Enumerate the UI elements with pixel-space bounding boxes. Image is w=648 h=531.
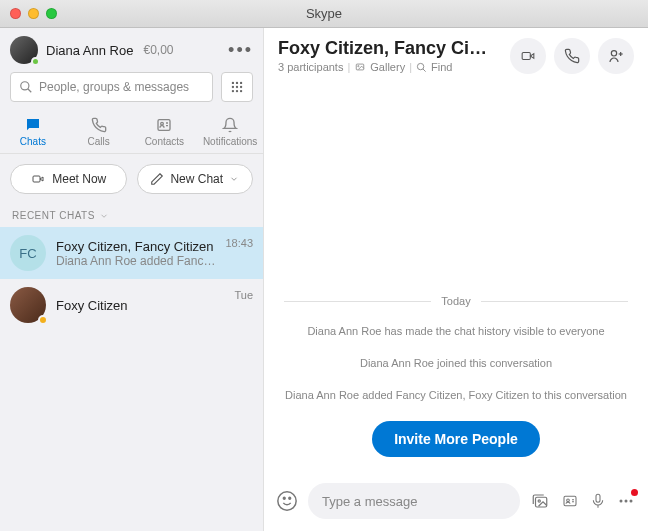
svg-point-5 [232, 86, 234, 88]
more-menu-button[interactable]: ••• [228, 40, 253, 61]
input-bar [264, 475, 648, 531]
microphone-icon [590, 491, 606, 511]
invite-more-people-button[interactable]: Invite More People [372, 421, 540, 457]
gallery-link[interactable]: Gallery [370, 61, 405, 73]
video-call-button[interactable] [510, 38, 546, 74]
day-divider: Today [284, 295, 628, 307]
svg-point-37 [630, 500, 633, 503]
svg-rect-15 [33, 176, 40, 182]
tab-label: Chats [20, 136, 46, 147]
chat-item[interactable]: Foxy Citizen Tue [0, 279, 263, 331]
phone-icon [564, 48, 580, 64]
meet-now-button[interactable]: Meet Now [10, 164, 127, 194]
svg-line-1 [28, 89, 32, 93]
self-avatar[interactable] [10, 36, 38, 64]
audio-call-button[interactable] [554, 38, 590, 74]
bell-icon [222, 117, 238, 133]
svg-point-7 [240, 86, 242, 88]
dialpad-button[interactable] [221, 72, 253, 102]
tab-contacts[interactable]: Contacts [134, 116, 194, 147]
svg-point-3 [236, 82, 238, 84]
chat-name: Foxy Citizen, Fancy Citizen [56, 239, 215, 254]
svg-point-21 [611, 51, 616, 56]
balance[interactable]: €0,00 [143, 43, 173, 57]
chat-time: Tue [234, 289, 253, 301]
svg-point-2 [232, 82, 234, 84]
video-icon [519, 49, 537, 63]
window-title: Skype [0, 6, 648, 21]
svg-point-28 [538, 500, 540, 502]
participants-count[interactable]: 3 participants [278, 61, 343, 73]
more-button[interactable] [616, 491, 636, 511]
contacts-icon [155, 117, 173, 133]
system-message: Diana Ann Roe added Fancy Citizen, Foxy … [285, 389, 627, 401]
find-link[interactable]: Find [431, 61, 452, 73]
svg-rect-20 [522, 53, 530, 60]
message-list: Today Diana Ann Roe has made the chat hi… [264, 82, 648, 475]
chevron-down-icon [99, 211, 109, 221]
message-input-box[interactable] [308, 483, 520, 519]
nav-tabs: Chats Calls Contacts Notifications [0, 112, 263, 154]
contact-avatar [10, 287, 46, 323]
svg-point-30 [567, 499, 570, 502]
search-icon [416, 62, 427, 73]
svg-point-12 [161, 122, 164, 125]
new-chat-button[interactable]: New Chat [137, 164, 254, 194]
tab-label: Calls [88, 136, 110, 147]
chat-item[interactable]: FC Foxy Citizen, Fancy Citizen Diana Ann… [0, 227, 263, 279]
section-recent-chats[interactable]: RECENT CHATS [0, 204, 263, 227]
gallery-icon [354, 62, 366, 72]
svg-point-26 [289, 497, 291, 499]
phone-icon [91, 117, 107, 133]
dialpad-icon [230, 80, 244, 94]
svg-point-17 [358, 66, 359, 67]
search-box[interactable] [10, 72, 213, 102]
conversation-panel: Foxy Citizen, Fancy Ci… 3 participants |… [264, 28, 648, 531]
chat-time: 18:43 [225, 237, 253, 249]
system-message: Diana Ann Roe joined this conversation [360, 357, 552, 369]
svg-point-4 [240, 82, 242, 84]
video-icon [30, 173, 46, 185]
svg-rect-29 [564, 496, 576, 505]
message-input[interactable] [322, 494, 506, 509]
contact-card-button[interactable] [560, 493, 580, 509]
add-files-button[interactable] [530, 492, 550, 510]
svg-rect-27 [536, 497, 547, 507]
chat-name: Foxy Citizen [56, 298, 224, 313]
add-people-button[interactable] [598, 38, 634, 74]
svg-point-8 [232, 90, 234, 92]
notification-dot [631, 489, 638, 496]
svg-point-36 [625, 500, 628, 503]
tab-label: Contacts [145, 136, 184, 147]
svg-point-18 [417, 63, 423, 69]
svg-line-19 [423, 68, 426, 71]
titlebar: Skype [0, 0, 648, 28]
svg-point-6 [236, 86, 238, 88]
chat-icon [24, 116, 42, 134]
svg-point-9 [236, 90, 238, 92]
conversation-header: Foxy Citizen, Fancy Ci… 3 participants |… [264, 28, 648, 82]
conversation-title[interactable]: Foxy Citizen, Fancy Ci… [278, 38, 502, 59]
add-person-icon [607, 48, 625, 64]
tab-label: Notifications [203, 136, 257, 147]
svg-point-25 [283, 497, 285, 499]
emoji-button[interactable] [276, 490, 298, 512]
tab-notifications[interactable]: Notifications [200, 116, 260, 147]
group-avatar: FC [10, 235, 46, 271]
tab-chats[interactable]: Chats [3, 116, 63, 147]
chevron-down-icon [229, 174, 239, 184]
tab-calls[interactable]: Calls [69, 116, 129, 147]
svg-point-0 [21, 82, 29, 90]
self-name: Diana Ann Roe [46, 43, 133, 58]
search-input[interactable] [39, 80, 204, 94]
svg-point-10 [240, 90, 242, 92]
contact-card-icon [560, 493, 580, 509]
svg-rect-33 [596, 494, 600, 502]
chat-preview: Diana Ann Roe added Fancy … [56, 254, 215, 268]
svg-point-35 [620, 500, 623, 503]
search-icon [19, 80, 33, 94]
profile-row[interactable]: Diana Ann Roe €0,00 ••• [0, 28, 263, 72]
voice-message-button[interactable] [590, 491, 606, 511]
sidebar: Diana Ann Roe €0,00 ••• Chats Calls [0, 28, 264, 531]
svg-rect-11 [158, 120, 170, 131]
